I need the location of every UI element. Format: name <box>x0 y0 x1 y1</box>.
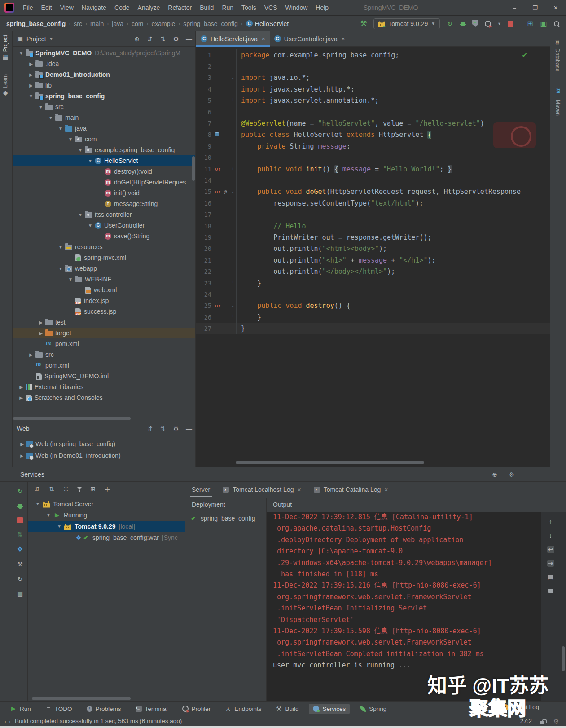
chevron-right-icon[interactable]: ▶ <box>17 385 26 390</box>
chevron-right-icon[interactable]: ▶ <box>26 83 35 88</box>
tool-stripe-learn[interactable]: Learn <box>2 74 9 97</box>
rerun-icon[interactable] <box>17 487 24 495</box>
menu-file[interactable]: File <box>19 4 37 11</box>
project-vscrollbar[interactable] <box>192 156 195 181</box>
code-line[interactable]: 3-import java.io.*; <box>196 72 550 83</box>
code-line[interactable]: 14 <box>196 175 550 186</box>
code-area[interactable]: 1package com.example.spring_base_config;… <box>196 49 550 334</box>
tree-item[interactable]: ▶lib <box>13 80 195 91</box>
tree-item[interactable]: spring-mvc.xml <box>13 252 195 263</box>
services-tab[interactable]: Tomcat Localhost Log× <box>216 482 307 497</box>
menu-window[interactable]: Window <box>281 4 312 11</box>
tree-item[interactable]: ▶Scratches and Consoles <box>13 392 195 403</box>
services-tree-hscrollbar[interactable] <box>32 697 131 700</box>
chevron-right-icon[interactable]: ▶ <box>26 61 35 66</box>
editor-hscrollbar[interactable] <box>236 461 424 464</box>
tree-item[interactable]: ▼spring_base_config <box>13 91 195 101</box>
breadcrumb-segment[interactable]: HelloServlet <box>246 20 289 27</box>
breadcrumb-segment[interactable]: spring_base_config <box>183 20 237 27</box>
toolwindow-button-endpoints[interactable]: Endpoints <box>221 704 265 714</box>
chevron-down-icon[interactable]: ▼ <box>17 51 26 56</box>
clear-icon[interactable] <box>548 588 553 593</box>
project-panel-title[interactable]: Project ▼ <box>17 35 53 43</box>
chevron-down-icon[interactable]: ▼ <box>56 266 65 271</box>
hide-icon[interactable] <box>525 471 532 478</box>
settings-icon[interactable] <box>172 35 180 43</box>
chevron-down-icon[interactable]: ▼ <box>86 158 95 163</box>
chevron-down-icon[interactable]: ▼ <box>66 277 75 282</box>
breadcrumb-segment[interactable]: main <box>90 20 104 27</box>
inspections-ok-icon[interactable]: ✔ <box>522 51 527 59</box>
scroll-up-icon[interactable] <box>547 518 554 525</box>
gutter-marker[interactable] <box>211 132 229 138</box>
menu-build[interactable]: Build <box>196 4 218 11</box>
toolwindow-button-problems[interactable]: Problems <box>83 704 125 714</box>
tree-item[interactable]: pom.xml <box>13 338 195 349</box>
code-line[interactable]: 10 <box>196 152 550 163</box>
menu-tools[interactable]: Tools <box>237 4 260 11</box>
collapse-all-icon[interactable] <box>159 35 167 43</box>
tree-item[interactable]: message:String <box>13 198 195 209</box>
tree-item[interactable]: ▼main <box>13 112 195 123</box>
breadcrumb-segment[interactable]: src <box>74 20 82 27</box>
tree-item[interactable]: ▼src <box>13 101 195 112</box>
tree-item[interactable]: ▼WEB-INF <box>13 274 195 285</box>
menu-navigate[interactable]: Navigate <box>78 4 110 11</box>
fold-marker[interactable]: - <box>229 72 237 83</box>
tree-item[interactable]: ▼com <box>13 134 195 145</box>
menu-analyze[interactable]: Analyze <box>134 4 164 11</box>
services-tree-item[interactable]: ▼Tomcat 9.0.29[local] <box>28 521 185 532</box>
tree-item[interactable]: ▼UserController <box>13 220 195 231</box>
hide-icon[interactable] <box>185 425 193 432</box>
editor-tab[interactable]: UserController.java× <box>270 31 350 46</box>
stop-icon[interactable] <box>508 21 513 27</box>
tree-item[interactable]: ▶Demo01_introduction <box>13 69 195 80</box>
chevron-down-icon[interactable]: ▼ <box>56 245 65 250</box>
dashboard-icon[interactable] <box>17 590 24 597</box>
coverage-icon[interactable] <box>472 20 478 27</box>
toolwindow-button-todo[interactable]: TODO <box>41 704 76 714</box>
lock-icon[interactable] <box>540 719 544 724</box>
close-icon[interactable]: × <box>384 486 388 493</box>
tree-item[interactable]: ▶src <box>13 349 195 360</box>
toolwindow-button-build[interactable]: Build <box>272 704 303 714</box>
project-structure-icon[interactable] <box>527 20 534 27</box>
collapse-all-icon[interactable] <box>48 486 55 493</box>
tree-item[interactable]: web.xml <box>13 285 195 295</box>
tree-item[interactable]: SpringMVC_DEMO.iml <box>13 371 195 382</box>
expand-all-icon[interactable] <box>146 425 154 432</box>
services-tree-item[interactable]: ▼Running <box>28 509 185 521</box>
services-tree-item[interactable]: spring_base_config:war[Sync <box>28 532 185 543</box>
refresh-icon[interactable] <box>17 575 24 583</box>
tool-stripe-project[interactable]: Project <box>2 35 9 61</box>
code-line[interactable]: 2 <box>196 61 550 72</box>
chevron-right-icon[interactable]: ▶ <box>18 442 26 447</box>
chevron-down-icon[interactable]: ▼ <box>56 126 65 131</box>
tree-item[interactable]: ▼itss.controller <box>13 209 195 220</box>
chevron-down-icon[interactable]: ▼ <box>66 137 75 142</box>
code-line[interactable]: 4import javax.servlet.http.*; <box>196 83 550 95</box>
menu-vcs[interactable]: VCS <box>260 4 281 11</box>
code-line[interactable]: 18 // Hello <box>196 220 550 232</box>
chevron-right-icon[interactable]: ▶ <box>26 72 35 77</box>
tree-item[interactable]: ▼HelloServlet <box>13 155 195 166</box>
menu-code[interactable]: Code <box>110 4 133 11</box>
chevron-down-icon[interactable]: ▼ <box>26 94 35 99</box>
code-line[interactable]: 19 PrintWriter out = response.getWriter(… <box>196 232 550 243</box>
close-icon[interactable]: × <box>342 35 345 42</box>
wrench-icon[interactable] <box>17 561 24 568</box>
toolwindow-button-terminal[interactable]: Terminal <box>132 704 172 714</box>
class-gutter-icon[interactable] <box>215 132 219 136</box>
fold-marker[interactable]: └ <box>229 95 237 106</box>
locate-icon[interactable] <box>491 471 498 478</box>
project-hscrollbar[interactable] <box>13 417 131 420</box>
chevron-right-icon[interactable]: ▶ <box>17 395 26 400</box>
gutter-marker[interactable]: o↑ <box>211 166 229 172</box>
rerun-icon[interactable] <box>446 20 453 27</box>
chevron-down-icon[interactable]: ▼ <box>497 22 501 26</box>
build-hammer-icon[interactable] <box>360 20 367 27</box>
deploy-icon[interactable] <box>17 531 24 538</box>
chevron-right-icon[interactable]: ▶ <box>36 320 45 325</box>
code-line[interactable]: 5└import javax.servlet.annotation.*; <box>196 95 550 106</box>
preview-window-icon[interactable] <box>540 20 547 27</box>
